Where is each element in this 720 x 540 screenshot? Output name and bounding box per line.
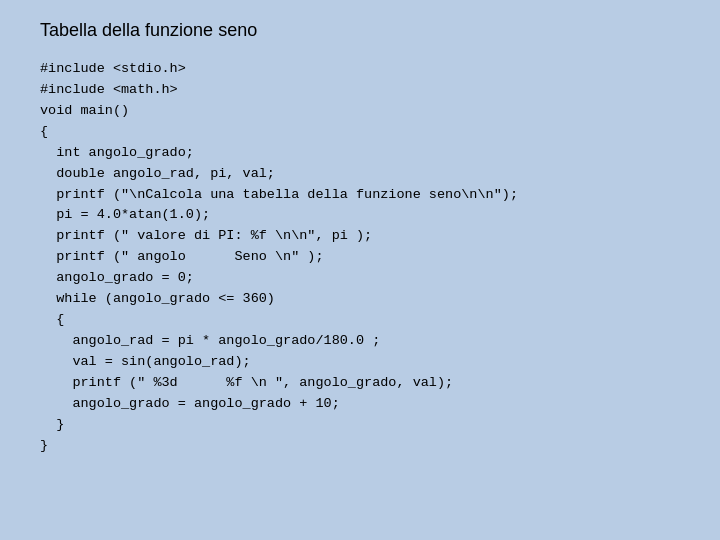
code-block: #include <stdio.h> #include <math.h> voi… [30,59,690,457]
page-container: Tabella della funzione seno #include <st… [0,0,720,540]
page-title: Tabella della funzione seno [30,20,690,41]
